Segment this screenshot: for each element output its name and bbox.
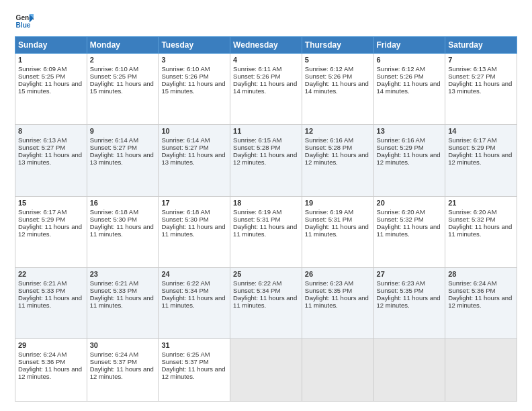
calendar-cell: 28Sunrise: 6:24 AMSunset: 5:36 PMDayligh… xyxy=(445,267,517,338)
day-number: 19 xyxy=(305,199,371,207)
daylight-label: Daylight: 11 hours and 12 minutes. xyxy=(377,151,441,166)
sunset-label: Sunset: 5:33 PM xyxy=(18,287,65,294)
sunset-label: Sunset: 5:35 PM xyxy=(305,287,352,294)
calendar-cell: 19Sunrise: 6:19 AMSunset: 5:31 PMDayligh… xyxy=(302,196,373,267)
sunset-label: Sunset: 5:28 PM xyxy=(305,144,352,151)
daylight-label: Daylight: 11 hours and 12 minutes. xyxy=(233,151,297,166)
sunset-label: Sunset: 5:26 PM xyxy=(233,73,280,80)
day-number: 22 xyxy=(18,270,84,278)
day-number: 13 xyxy=(377,127,443,135)
sunset-label: Sunset: 5:27 PM xyxy=(18,144,65,151)
calendar-cell: 26Sunrise: 6:23 AMSunset: 5:35 PMDayligh… xyxy=(302,267,373,338)
day-number: 7 xyxy=(448,56,514,64)
calendar-cell: 8Sunrise: 6:13 AMSunset: 5:27 PMDaylight… xyxy=(15,125,87,196)
calendar-cell: 4Sunrise: 6:11 AMSunset: 5:26 PMDaylight… xyxy=(230,54,302,125)
calendar-header-thursday: Thursday xyxy=(302,37,373,54)
logo-icon: General Blue xyxy=(15,12,34,31)
calendar-header-saturday: Saturday xyxy=(445,37,517,54)
calendar-week-3: 15Sunrise: 6:17 AMSunset: 5:29 PMDayligh… xyxy=(15,196,517,267)
sunrise-label: Sunrise: 6:22 AM xyxy=(161,279,210,287)
sunset-label: Sunset: 5:25 PM xyxy=(18,73,65,80)
calendar-cell: 18Sunrise: 6:19 AMSunset: 5:31 PMDayligh… xyxy=(230,196,302,267)
sunrise-label: Sunrise: 6:12 AM xyxy=(377,65,425,73)
sunrise-label: Sunrise: 6:24 AM xyxy=(18,351,66,358)
header: General Blue xyxy=(15,12,517,31)
day-number: 15 xyxy=(18,199,84,207)
calendar-table: SundayMondayTuesdayWednesdayThursdayFrid… xyxy=(15,36,517,402)
calendar-cell xyxy=(230,339,302,402)
sunset-label: Sunset: 5:31 PM xyxy=(305,216,352,223)
sunset-label: Sunset: 5:29 PM xyxy=(18,216,65,223)
calendar-header-friday: Friday xyxy=(373,37,445,54)
sunset-label: Sunset: 5:34 PM xyxy=(161,287,208,294)
daylight-label: Daylight: 11 hours and 12 minutes. xyxy=(18,365,82,380)
calendar-cell: 30Sunrise: 6:24 AMSunset: 5:37 PMDayligh… xyxy=(87,339,159,402)
sunrise-label: Sunrise: 6:23 AM xyxy=(377,279,425,287)
calendar-cell: 14Sunrise: 6:17 AMSunset: 5:29 PMDayligh… xyxy=(445,125,517,196)
sunset-label: Sunset: 5:37 PM xyxy=(161,358,208,365)
sunset-label: Sunset: 5:30 PM xyxy=(90,216,137,223)
daylight-label: Daylight: 11 hours and 11 minutes. xyxy=(377,223,441,238)
sunset-label: Sunset: 5:27 PM xyxy=(161,144,208,151)
sunset-label: Sunset: 5:32 PM xyxy=(377,216,424,223)
day-number: 8 xyxy=(18,127,84,135)
calendar-cell: 17Sunrise: 6:18 AMSunset: 5:30 PMDayligh… xyxy=(159,196,230,267)
daylight-label: Daylight: 11 hours and 11 minutes. xyxy=(90,223,154,238)
sunset-label: Sunset: 5:37 PM xyxy=(90,358,137,365)
day-number: 2 xyxy=(90,56,156,64)
sunrise-label: Sunrise: 6:19 AM xyxy=(233,208,281,216)
sunrise-label: Sunrise: 6:19 AM xyxy=(305,208,353,216)
day-number: 24 xyxy=(161,270,227,278)
day-number: 30 xyxy=(90,341,156,349)
sunset-label: Sunset: 5:26 PM xyxy=(377,73,424,80)
calendar-cell: 25Sunrise: 6:22 AMSunset: 5:34 PMDayligh… xyxy=(230,267,302,338)
sunrise-label: Sunrise: 6:14 AM xyxy=(90,136,138,144)
daylight-label: Daylight: 11 hours and 12 minutes. xyxy=(18,223,82,238)
calendar-cell: 2Sunrise: 6:10 AMSunset: 5:25 PMDaylight… xyxy=(87,54,159,125)
sunrise-label: Sunrise: 6:22 AM xyxy=(233,279,281,287)
daylight-label: Daylight: 11 hours and 13 minutes. xyxy=(90,151,154,166)
day-number: 28 xyxy=(448,270,514,278)
sunset-label: Sunset: 5:27 PM xyxy=(90,144,137,151)
daylight-label: Daylight: 11 hours and 15 minutes. xyxy=(161,80,225,95)
daylight-label: Daylight: 11 hours and 12 minutes. xyxy=(90,365,154,380)
logo: General Blue xyxy=(15,12,36,31)
sunrise-label: Sunrise: 6:21 AM xyxy=(90,279,138,287)
day-number: 9 xyxy=(90,127,156,135)
sunrise-label: Sunrise: 6:11 AM xyxy=(233,65,281,73)
sunset-label: Sunset: 5:31 PM xyxy=(233,216,280,223)
day-number: 18 xyxy=(233,199,299,207)
calendar-cell: 31Sunrise: 6:25 AMSunset: 5:37 PMDayligh… xyxy=(159,339,230,402)
day-number: 26 xyxy=(305,270,371,278)
calendar-week-1: 1Sunrise: 6:09 AMSunset: 5:25 PMDaylight… xyxy=(15,54,517,125)
sunrise-label: Sunrise: 6:24 AM xyxy=(448,279,496,287)
daylight-label: Daylight: 11 hours and 12 minutes. xyxy=(377,294,441,309)
daylight-label: Daylight: 11 hours and 11 minutes. xyxy=(233,223,297,238)
calendar-cell: 12Sunrise: 6:16 AMSunset: 5:28 PMDayligh… xyxy=(302,125,373,196)
sunrise-label: Sunrise: 6:16 AM xyxy=(305,136,353,144)
sunset-label: Sunset: 5:29 PM xyxy=(448,144,495,151)
svg-text:Blue: Blue xyxy=(16,21,31,29)
calendar-cell xyxy=(373,339,445,402)
day-number: 3 xyxy=(161,56,227,64)
daylight-label: Daylight: 11 hours and 13 minutes. xyxy=(161,151,225,166)
day-number: 16 xyxy=(90,199,156,207)
calendar-cell: 10Sunrise: 6:14 AMSunset: 5:27 PMDayligh… xyxy=(159,125,230,196)
day-number: 17 xyxy=(161,199,227,207)
day-number: 29 xyxy=(18,341,84,349)
sunset-label: Sunset: 5:36 PM xyxy=(448,287,495,294)
day-number: 21 xyxy=(448,199,514,207)
daylight-label: Daylight: 11 hours and 14 minutes. xyxy=(305,80,369,95)
sunset-label: Sunset: 5:36 PM xyxy=(18,358,65,365)
day-number: 27 xyxy=(377,270,443,278)
day-number: 31 xyxy=(161,341,227,349)
calendar-cell: 27Sunrise: 6:23 AMSunset: 5:35 PMDayligh… xyxy=(373,267,445,338)
calendar-cell: 6Sunrise: 6:12 AMSunset: 5:26 PMDaylight… xyxy=(373,54,445,125)
sunrise-label: Sunrise: 6:25 AM xyxy=(161,351,210,358)
sunset-label: Sunset: 5:33 PM xyxy=(90,287,137,294)
sunset-label: Sunset: 5:26 PM xyxy=(161,73,208,80)
daylight-label: Daylight: 11 hours and 12 minutes. xyxy=(448,294,512,309)
sunrise-label: Sunrise: 6:21 AM xyxy=(18,279,66,287)
day-number: 12 xyxy=(305,127,371,135)
calendar-cell: 7Sunrise: 6:13 AMSunset: 5:27 PMDaylight… xyxy=(445,54,517,125)
